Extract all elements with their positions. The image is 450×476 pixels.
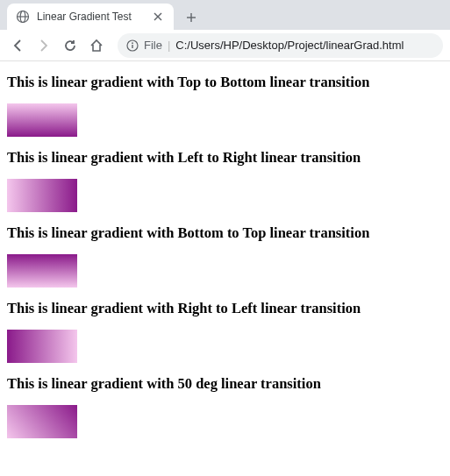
heading-top-bottom: This is linear gradient with Top to Bott… [7,74,443,91]
close-icon[interactable] [151,10,165,24]
globe-icon [16,10,30,24]
home-button[interactable] [86,35,107,56]
heading-50deg: This is linear gradient with 50 deg line… [7,375,443,393]
heading-bottom-top: This is linear gradient with Bottom to T… [7,224,443,242]
heading-right-left: This is linear gradient with Right to Le… [7,300,443,317]
tab-bar: Linear Gradient Test [0,0,450,30]
gradient-box-bottom-top [7,254,77,288]
browser-chrome: Linear Gradient Test File | C:/User [0,0,450,61]
heading-left-right: This is linear gradient with Left to Rig… [7,149,443,167]
gradient-box-top-bottom [7,103,77,137]
url-text: C:/Users/HP/Desktop/Project/linearGrad.h… [175,39,404,52]
info-icon[interactable] [126,39,139,52]
url-separator: | [168,39,170,52]
back-button[interactable] [7,35,28,56]
new-tab-button[interactable] [179,5,204,30]
reload-button[interactable] [60,35,81,56]
tab-title: Linear Gradient Test [37,11,151,23]
gradient-box-left-right [7,179,77,212]
url-scheme-label: File [144,39,162,52]
page-content: This is linear gradient with Top to Bott… [0,61,450,452]
gradient-box-right-left [7,330,77,363]
browser-tab[interactable]: Linear Gradient Test [7,4,174,30]
svg-rect-9 [132,45,132,48]
forward-button[interactable] [33,35,54,56]
browser-toolbar: File | C:/Users/HP/Desktop/Project/linea… [0,30,450,61]
svg-point-8 [132,42,133,44]
gradient-box-50deg [7,405,77,438]
url-bar[interactable]: File | C:/Users/HP/Desktop/Project/linea… [118,33,443,58]
